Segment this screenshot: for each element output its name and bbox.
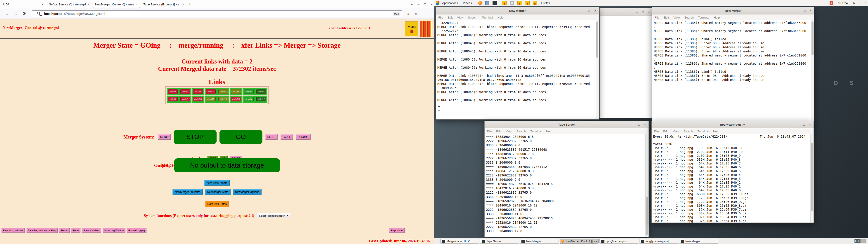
window-titlebar[interactable]: – □ × [600, 8, 652, 16]
workspace-1[interactable] [855, 239, 860, 243]
footer-button[interactable]: Reset [71, 228, 80, 233]
browser-tab[interactable]: Tape Service (Expert) @ ca× [141, 1, 186, 8]
firefox-launcher-icon[interactable] [478, 1, 482, 5]
terminal-window-tape-server[interactable]: Tape Server – □ × FileEditViewSearchTerm… [485, 121, 649, 237]
browser-tab[interactable]: NetVar Service @ carme-gsi× [46, 1, 92, 8]
overflow-icon[interactable]: » [407, 11, 409, 16]
window-close-icon[interactable]: × [644, 123, 646, 126]
workspace-2[interactable] [860, 239, 866, 243]
footer-button[interactable]: Empty Log Window [1, 228, 25, 233]
link-box[interactable]: aida5 [230, 88, 242, 95]
window-minimize-icon[interactable]: – [583, 9, 584, 12]
footer-button[interactable]: Reload [59, 228, 70, 233]
close-tab-icon[interactable]: × [41, 3, 43, 6]
link-box[interactable]: aida2 [192, 88, 204, 95]
close-tab-icon[interactable]: × [182, 3, 184, 6]
menu-edit[interactable]: Edit [663, 130, 668, 133]
menu-terminal[interactable]: Terminal [698, 16, 709, 19]
window-minimize-icon[interactable]: – [632, 123, 634, 126]
clock[interactable]: Thu 19:43 [836, 1, 849, 5]
newmerger-statistics-button[interactable]: NewMerger Statistics [173, 189, 203, 195]
merger-resume-button[interactable]: RESUME [296, 134, 311, 140]
file-manager-launcher-icon[interactable] [485, 1, 489, 5]
data-link-rates-button[interactable]: Data Link Rates [205, 201, 229, 207]
notification-icon[interactable] [830, 1, 833, 5]
window-list-grip[interactable] [435, 239, 437, 243]
terminal-output[interactable]: Every 10.0s: ls -lth /TapeData/G22-201/ … [652, 134, 813, 222]
places-menu[interactable]: Places [463, 1, 472, 5]
window-minimize-icon[interactable]: – [418, 2, 420, 6]
link-box[interactable]: aida14 [243, 96, 255, 103]
terminal-window-new-merger-right[interactable]: New Merger – □ × FileEditViewSearchTermi… [652, 7, 814, 128]
link-box[interactable]: aida8 [166, 96, 179, 103]
link-box[interactable]: aida7 [255, 88, 268, 95]
taskbar-item[interactable]: [npg@carme-gsi:~] [639, 239, 678, 244]
network-icon[interactable]: ⇅ [852, 1, 855, 5]
link-box[interactable]: aida6 [243, 88, 255, 95]
link-box[interactable]: aida13 [230, 96, 242, 103]
forward-icon[interactable]: → [14, 11, 18, 16]
menu-search[interactable]: Search [684, 16, 693, 19]
window-titlebar[interactable]: New Merger – □ × [652, 7, 814, 14]
link-box[interactable]: aida3 [205, 88, 217, 95]
terminal-window-npg[interactable]: npg@carme-gsi:~ – □ × FileEditViewSearch… [651, 121, 814, 223]
footer-button[interactable]: Show Variables [82, 228, 101, 233]
window-maximize-icon[interactable]: □ [589, 9, 590, 12]
menu-edit[interactable]: Edit [496, 130, 501, 133]
zoom-indicator[interactable]: 90% [393, 12, 400, 16]
midas-launcher-icon[interactable] [533, 1, 537, 5]
screenshot-launcher-icon[interactable] [510, 1, 514, 5]
midas-launcher-icon[interactable] [518, 1, 522, 5]
menu-search[interactable]: Search [468, 16, 477, 19]
terminal-window-new-merger-left[interactable]: New Merger – □ × FileEditViewSearchTermi… [436, 7, 599, 120]
window-minimize-icon[interactable]: – [798, 123, 799, 126]
menu-edit[interactable]: Edit [447, 16, 453, 19]
taskbar-item[interactable]: NewMerger: Control @ car... [560, 239, 598, 244]
window-maximize-icon[interactable]: □ [642, 10, 644, 14]
taskbar-item[interactable]: Merger/Tape HTTPd [440, 239, 479, 244]
taskbar-item[interactable]: New Merger [679, 239, 718, 244]
shield-icon[interactable] [34, 12, 37, 16]
menu-terminal[interactable]: Terminal [530, 130, 541, 133]
window-maximize-icon[interactable]: □ [803, 123, 805, 126]
menu-view[interactable]: View [673, 130, 679, 133]
menu-edit[interactable]: Edit [664, 16, 669, 19]
midas-launcher-icon[interactable] [502, 1, 506, 5]
window-maximize-icon[interactable]: □ [804, 9, 806, 12]
terminal-launcher-icon[interactable] [493, 1, 497, 5]
menu-file[interactable]: File [654, 130, 659, 133]
close-tab-icon[interactable]: × [88, 3, 90, 6]
page-info-icon[interactable] [39, 12, 42, 16]
merger-stop-button[interactable]: STOP [174, 130, 217, 144]
scrollbar[interactable] [596, 20, 599, 119]
window-titlebar[interactable]: npg@carme-gsi:~ – □ × [652, 121, 813, 128]
link-box[interactable]: aida12 [217, 96, 229, 103]
footer-button[interactable]: Enable Logging [127, 228, 147, 233]
scrollbar[interactable] [811, 20, 814, 127]
link-box[interactable]: aida10 [192, 96, 204, 103]
terminal-output[interactable]: -322893824 MERGE Data Link (108024): blo… [436, 20, 599, 119]
applications-menu[interactable]: Applications [442, 1, 458, 5]
menu-file[interactable]: File [438, 16, 443, 19]
window-minimize-icon[interactable]: – [636, 10, 638, 14]
menu-help[interactable]: Help [498, 16, 504, 19]
merger-reset-button[interactable]: RESET [266, 134, 278, 140]
page-notes-button[interactable]: Page Notes [389, 228, 405, 233]
window-close-icon[interactable]: × [430, 2, 432, 6]
window-close-icon[interactable]: × [809, 123, 811, 126]
merger-pause-button[interactable]: PAUSE [281, 134, 293, 140]
background-window[interactable]: – □ × [599, 8, 652, 118]
scrollbar[interactable] [810, 134, 813, 222]
menu-view[interactable]: View [457, 16, 463, 19]
window-close-icon[interactable]: × [809, 9, 811, 12]
merger-go-button[interactable]: GO [219, 130, 262, 144]
scrollbar[interactable] [645, 134, 649, 237]
new-tab-button[interactable]: + [187, 1, 193, 7]
close-tab-icon[interactable]: × [136, 3, 138, 6]
menu-terminal[interactable]: Terminal [698, 130, 709, 133]
browser-tab[interactable]: NewMerger: Control @ carme× [93, 1, 140, 8]
link-box[interactable]: aida15 [255, 96, 268, 103]
window-titlebar[interactable]: Tape Server – □ × [485, 121, 649, 128]
midas-launcher-icon[interactable] [525, 1, 530, 5]
taskbar-item[interactable]: New Merger [520, 239, 559, 244]
